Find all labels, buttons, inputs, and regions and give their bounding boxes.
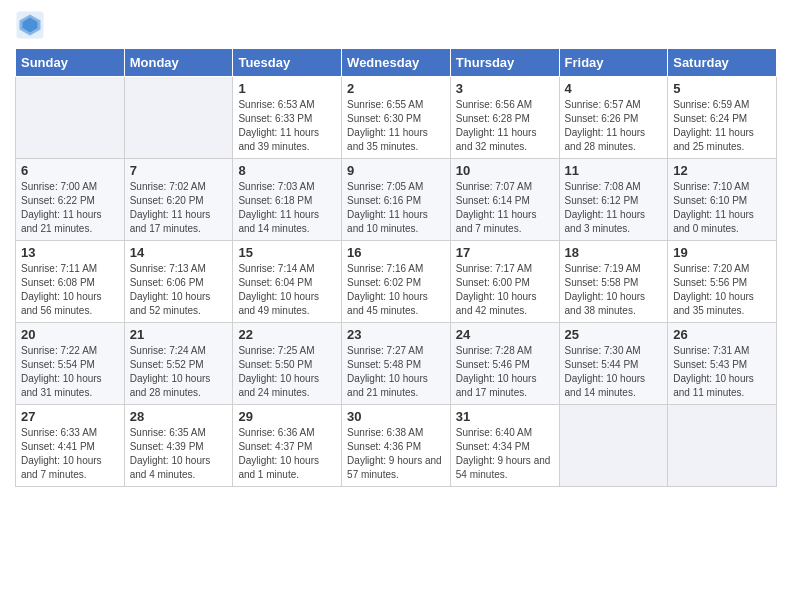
- day-number: 29: [238, 409, 336, 424]
- day-info: Sunrise: 7:13 AM Sunset: 6:06 PM Dayligh…: [130, 262, 228, 318]
- calendar-cell: 23Sunrise: 7:27 AM Sunset: 5:48 PM Dayli…: [342, 323, 451, 405]
- day-number: 11: [565, 163, 663, 178]
- calendar-cell: 22Sunrise: 7:25 AM Sunset: 5:50 PM Dayli…: [233, 323, 342, 405]
- calendar-cell: 3Sunrise: 6:56 AM Sunset: 6:28 PM Daylig…: [450, 77, 559, 159]
- calendar-cell: 15Sunrise: 7:14 AM Sunset: 6:04 PM Dayli…: [233, 241, 342, 323]
- day-number: 25: [565, 327, 663, 342]
- logo-icon: [15, 10, 45, 40]
- day-number: 21: [130, 327, 228, 342]
- day-info: Sunrise: 7:00 AM Sunset: 6:22 PM Dayligh…: [21, 180, 119, 236]
- day-info: Sunrise: 6:59 AM Sunset: 6:24 PM Dayligh…: [673, 98, 771, 154]
- day-header-friday: Friday: [559, 49, 668, 77]
- day-info: Sunrise: 7:31 AM Sunset: 5:43 PM Dayligh…: [673, 344, 771, 400]
- day-number: 17: [456, 245, 554, 260]
- day-header-tuesday: Tuesday: [233, 49, 342, 77]
- page: SundayMondayTuesdayWednesdayThursdayFrid…: [0, 0, 792, 497]
- day-info: Sunrise: 6:56 AM Sunset: 6:28 PM Dayligh…: [456, 98, 554, 154]
- day-header-monday: Monday: [124, 49, 233, 77]
- calendar-cell: 7Sunrise: 7:02 AM Sunset: 6:20 PM Daylig…: [124, 159, 233, 241]
- calendar-cell: 11Sunrise: 7:08 AM Sunset: 6:12 PM Dayli…: [559, 159, 668, 241]
- day-number: 27: [21, 409, 119, 424]
- calendar-cell: [668, 405, 777, 487]
- calendar-table: SundayMondayTuesdayWednesdayThursdayFrid…: [15, 48, 777, 487]
- day-number: 30: [347, 409, 445, 424]
- calendar-cell: 31Sunrise: 6:40 AM Sunset: 4:34 PM Dayli…: [450, 405, 559, 487]
- day-number: 9: [347, 163, 445, 178]
- calendar-cell: 9Sunrise: 7:05 AM Sunset: 6:16 PM Daylig…: [342, 159, 451, 241]
- calendar-cell: 24Sunrise: 7:28 AM Sunset: 5:46 PM Dayli…: [450, 323, 559, 405]
- calendar-cell: 21Sunrise: 7:24 AM Sunset: 5:52 PM Dayli…: [124, 323, 233, 405]
- calendar-cell: 14Sunrise: 7:13 AM Sunset: 6:06 PM Dayli…: [124, 241, 233, 323]
- calendar-cell: [16, 77, 125, 159]
- day-number: 16: [347, 245, 445, 260]
- day-info: Sunrise: 6:40 AM Sunset: 4:34 PM Dayligh…: [456, 426, 554, 482]
- day-info: Sunrise: 6:57 AM Sunset: 6:26 PM Dayligh…: [565, 98, 663, 154]
- day-info: Sunrise: 7:14 AM Sunset: 6:04 PM Dayligh…: [238, 262, 336, 318]
- day-info: Sunrise: 7:16 AM Sunset: 6:02 PM Dayligh…: [347, 262, 445, 318]
- day-header-saturday: Saturday: [668, 49, 777, 77]
- day-number: 2: [347, 81, 445, 96]
- day-info: Sunrise: 7:25 AM Sunset: 5:50 PM Dayligh…: [238, 344, 336, 400]
- day-info: Sunrise: 7:20 AM Sunset: 5:56 PM Dayligh…: [673, 262, 771, 318]
- day-number: 14: [130, 245, 228, 260]
- day-info: Sunrise: 7:30 AM Sunset: 5:44 PM Dayligh…: [565, 344, 663, 400]
- day-info: Sunrise: 7:07 AM Sunset: 6:14 PM Dayligh…: [456, 180, 554, 236]
- calendar-cell: 25Sunrise: 7:30 AM Sunset: 5:44 PM Dayli…: [559, 323, 668, 405]
- day-info: Sunrise: 6:38 AM Sunset: 4:36 PM Dayligh…: [347, 426, 445, 482]
- day-number: 8: [238, 163, 336, 178]
- calendar-cell: 4Sunrise: 6:57 AM Sunset: 6:26 PM Daylig…: [559, 77, 668, 159]
- calendar-cell: 30Sunrise: 6:38 AM Sunset: 4:36 PM Dayli…: [342, 405, 451, 487]
- day-number: 5: [673, 81, 771, 96]
- day-info: Sunrise: 7:05 AM Sunset: 6:16 PM Dayligh…: [347, 180, 445, 236]
- day-info: Sunrise: 7:22 AM Sunset: 5:54 PM Dayligh…: [21, 344, 119, 400]
- calendar-cell: 26Sunrise: 7:31 AM Sunset: 5:43 PM Dayli…: [668, 323, 777, 405]
- calendar-cell: 5Sunrise: 6:59 AM Sunset: 6:24 PM Daylig…: [668, 77, 777, 159]
- calendar-cell: 28Sunrise: 6:35 AM Sunset: 4:39 PM Dayli…: [124, 405, 233, 487]
- day-info: Sunrise: 6:55 AM Sunset: 6:30 PM Dayligh…: [347, 98, 445, 154]
- calendar-header-row: SundayMondayTuesdayWednesdayThursdayFrid…: [16, 49, 777, 77]
- calendar-cell: [124, 77, 233, 159]
- day-number: 3: [456, 81, 554, 96]
- day-info: Sunrise: 7:08 AM Sunset: 6:12 PM Dayligh…: [565, 180, 663, 236]
- day-number: 15: [238, 245, 336, 260]
- calendar-week-row: 1Sunrise: 6:53 AM Sunset: 6:33 PM Daylig…: [16, 77, 777, 159]
- day-header-thursday: Thursday: [450, 49, 559, 77]
- calendar-cell: 1Sunrise: 6:53 AM Sunset: 6:33 PM Daylig…: [233, 77, 342, 159]
- day-header-wednesday: Wednesday: [342, 49, 451, 77]
- day-number: 4: [565, 81, 663, 96]
- day-info: Sunrise: 7:17 AM Sunset: 6:00 PM Dayligh…: [456, 262, 554, 318]
- calendar-cell: 17Sunrise: 7:17 AM Sunset: 6:00 PM Dayli…: [450, 241, 559, 323]
- day-number: 18: [565, 245, 663, 260]
- day-number: 10: [456, 163, 554, 178]
- calendar-cell: 20Sunrise: 7:22 AM Sunset: 5:54 PM Dayli…: [16, 323, 125, 405]
- calendar-week-row: 13Sunrise: 7:11 AM Sunset: 6:08 PM Dayli…: [16, 241, 777, 323]
- calendar-cell: 10Sunrise: 7:07 AM Sunset: 6:14 PM Dayli…: [450, 159, 559, 241]
- calendar-cell: [559, 405, 668, 487]
- day-number: 1: [238, 81, 336, 96]
- day-number: 28: [130, 409, 228, 424]
- calendar-cell: 18Sunrise: 7:19 AM Sunset: 5:58 PM Dayli…: [559, 241, 668, 323]
- day-number: 6: [21, 163, 119, 178]
- day-info: Sunrise: 7:10 AM Sunset: 6:10 PM Dayligh…: [673, 180, 771, 236]
- calendar-cell: 6Sunrise: 7:00 AM Sunset: 6:22 PM Daylig…: [16, 159, 125, 241]
- calendar-cell: 19Sunrise: 7:20 AM Sunset: 5:56 PM Dayli…: [668, 241, 777, 323]
- day-number: 13: [21, 245, 119, 260]
- day-info: Sunrise: 6:35 AM Sunset: 4:39 PM Dayligh…: [130, 426, 228, 482]
- day-info: Sunrise: 7:11 AM Sunset: 6:08 PM Dayligh…: [21, 262, 119, 318]
- day-number: 19: [673, 245, 771, 260]
- day-number: 26: [673, 327, 771, 342]
- day-info: Sunrise: 6:33 AM Sunset: 4:41 PM Dayligh…: [21, 426, 119, 482]
- day-number: 22: [238, 327, 336, 342]
- day-info: Sunrise: 7:28 AM Sunset: 5:46 PM Dayligh…: [456, 344, 554, 400]
- day-number: 20: [21, 327, 119, 342]
- day-info: Sunrise: 7:24 AM Sunset: 5:52 PM Dayligh…: [130, 344, 228, 400]
- day-info: Sunrise: 6:36 AM Sunset: 4:37 PM Dayligh…: [238, 426, 336, 482]
- header: [15, 10, 777, 40]
- day-number: 23: [347, 327, 445, 342]
- calendar-cell: 16Sunrise: 7:16 AM Sunset: 6:02 PM Dayli…: [342, 241, 451, 323]
- calendar-week-row: 27Sunrise: 6:33 AM Sunset: 4:41 PM Dayli…: [16, 405, 777, 487]
- logo: [15, 10, 49, 40]
- day-header-sunday: Sunday: [16, 49, 125, 77]
- calendar-cell: 8Sunrise: 7:03 AM Sunset: 6:18 PM Daylig…: [233, 159, 342, 241]
- day-info: Sunrise: 7:02 AM Sunset: 6:20 PM Dayligh…: [130, 180, 228, 236]
